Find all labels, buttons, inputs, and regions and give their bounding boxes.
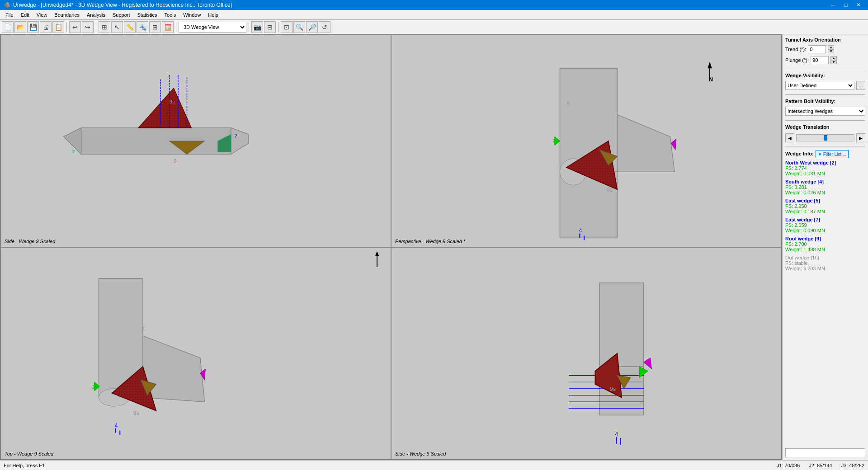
minimize-button[interactable]: ─ (827, 1, 839, 9)
separator-4 (249, 22, 249, 32)
wedge-name-3: East wedge [7] (785, 217, 865, 222)
j3-coord: J3: 48/262 (841, 463, 864, 468)
plunge-input[interactable] (811, 56, 829, 64)
wedge-visibility-row: User Defined ... (785, 81, 865, 90)
filter-list-button[interactable]: ▼ Filter List ... (816, 150, 849, 158)
viewport-area: 2 z 3 9s Side - Wedge 9 Scaled (0, 34, 782, 460)
trend-down[interactable]: ▼ (828, 49, 834, 53)
wedge-entry-4: Roof wedge [9] FS: 2.700 Weight: 1.488 M… (785, 236, 865, 252)
open-button[interactable]: 📂 (14, 21, 26, 33)
status-coords: J1: 70/036 J2: 85/144 J3: 48/262 (777, 463, 864, 468)
select-button[interactable]: ↖ (111, 21, 123, 33)
wedge-name-1: South wedge [4] (785, 179, 865, 184)
menu-item-tools[interactable]: Tools (161, 11, 180, 19)
undo-button[interactable]: ↩ (69, 21, 81, 33)
redo-button[interactable]: ↪ (82, 21, 94, 33)
window-title: Unwedge - [Unwedged4* - 3D Wedge View - … (13, 2, 232, 8)
measure-button[interactable]: 📏 (124, 21, 136, 33)
zoom-in-button[interactable]: 🔍 (293, 21, 305, 33)
translation-row: ◀ ▶ (785, 133, 865, 142)
viewport-top-right[interactable]: z 9s 4 5 N Perspective - Wedge 9 Scaled … (392, 35, 781, 247)
plunge-label: Plunge (°): (785, 57, 809, 63)
svg-text:9s: 9s (133, 410, 139, 417)
plunge-down[interactable]: ▼ (830, 60, 837, 64)
wedge-weight-0: Weight: 0.081 MN (785, 171, 865, 176)
svg-text:z: z (553, 137, 556, 144)
top-view-svg: z 9s 4 5 (1, 248, 391, 459)
zoom-out-button[interactable]: 🔎 (306, 21, 318, 33)
viewport-bottom-left[interactable]: z 9s 4 5 Top - Wedge 9 Scaled (1, 248, 391, 459)
translation-right-btn[interactable]: ▶ (856, 133, 865, 142)
menu-item-view[interactable]: View (33, 11, 51, 19)
new-button[interactable]: 📄 (2, 21, 14, 33)
pattern-button[interactable]: ⊞ (149, 21, 161, 33)
svg-text:N: N (709, 76, 713, 83)
view-dropdown[interactable]: 3D Wedge View (179, 22, 246, 33)
cam-button[interactable]: 📷 (251, 21, 263, 33)
side-view-2-svg: 9s 4 (392, 248, 781, 459)
separator-1 (66, 22, 67, 32)
menu-item-edit[interactable]: Edit (17, 11, 33, 19)
calc-button[interactable]: 🧮 (162, 21, 174, 33)
grid-button[interactable]: ⊞ (99, 21, 110, 33)
wedge-visibility-select[interactable]: User Defined (785, 81, 854, 90)
frame-button[interactable]: ⊡ (281, 21, 292, 33)
plunge-spinner: ▲ ▼ (830, 56, 837, 64)
bottom-input[interactable] (785, 448, 865, 457)
save-button[interactable]: 💾 (27, 21, 39, 33)
rotate-button[interactable]: ↺ (319, 21, 330, 33)
menu-item-window[interactable]: Window (179, 11, 204, 19)
separator-5 (278, 22, 278, 32)
print-button[interactable]: 🖨 (40, 21, 52, 33)
layout-button[interactable]: ⊟ (264, 21, 276, 33)
pattern-bolt-row: Intersecting Wedges (785, 107, 865, 116)
wedge-name-5: Out wedge [10] (785, 255, 865, 260)
wedge-fs-2: FS: 2.250 (785, 203, 865, 209)
wedge-name-0: North West wedge [2] (785, 160, 865, 165)
side-view-svg: 2 z 3 9s (1, 35, 391, 247)
toolbar: 📄 📂 💾 🖨 📋 ↩ ↪ ⊞ ↖ 📏 🔩 ⊞ 🧮 3D Wedge View … (0, 20, 868, 34)
menu-item-analysis[interactable]: Analysis (83, 11, 109, 19)
wedge-weight-2: Weight: 0.187 MN (785, 209, 865, 214)
menu-item-file[interactable]: File (2, 11, 17, 19)
perspective-view-svg: z 9s 4 5 N (392, 35, 781, 247)
wedge-fs-3: FS: 2.659 (785, 222, 865, 228)
wedge-weight-4: Weight: 1.488 MN (785, 247, 865, 252)
wedge-info-title: Wedge Info: (785, 151, 814, 156)
menu-item-boundaries[interactable]: Boundaries (51, 11, 83, 19)
divider-1 (785, 69, 865, 69)
plunge-up[interactable]: ▲ (830, 56, 837, 60)
trend-up[interactable]: ▲ (828, 45, 834, 49)
north-arrow (373, 251, 382, 269)
wedge-fs-0: FS: 2.774 (785, 165, 865, 171)
north-arrow-svg (373, 251, 382, 269)
menu-item-statistics[interactable]: Statistics (134, 11, 161, 19)
filter-list-label: Filter List ... (823, 152, 847, 157)
viewport-top-left-label: Side - Wedge 9 Scaled (5, 239, 55, 244)
translation-left-btn[interactable]: ◀ (785, 133, 794, 142)
menu-item-help[interactable]: Help (204, 11, 222, 19)
wedge-visibility-options-btn[interactable]: ... (856, 81, 865, 90)
bolt-button[interactable]: 🔩 (137, 21, 148, 33)
svg-rect-56 (599, 283, 644, 367)
wedge-fs-1: FS: 3.281 (785, 184, 865, 190)
menu-item-support[interactable]: Support (109, 11, 134, 19)
close-button[interactable]: ✕ (853, 1, 864, 9)
translation-slider[interactable] (796, 134, 854, 141)
trend-input[interactable] (808, 45, 826, 53)
pattern-bolt-select[interactable]: Intersecting Wedges (785, 107, 865, 116)
svg-text:5: 5 (142, 326, 145, 333)
viewport-top-left[interactable]: 2 z 3 9s Side - Wedge 9 Scaled (1, 35, 391, 247)
svg-text:9s: 9s (607, 187, 613, 193)
recent-button[interactable]: 📋 (52, 21, 64, 33)
viewport-bottom-right-label: Side - Wedge 9 Scaled (395, 451, 446, 456)
svg-text:4: 4 (579, 227, 582, 234)
menu-bar: FileEditViewBoundariesAnalysisSupportSta… (0, 10, 868, 20)
svg-text:3: 3 (174, 158, 177, 164)
svg-text:4: 4 (615, 431, 618, 437)
svg-text:9s: 9s (610, 386, 616, 392)
wedge-info-header: Wedge Info: ▼ Filter List ... (785, 150, 865, 158)
viewport-bottom-right[interactable]: 9s 4 Side - Wedge 9 Scaled (392, 248, 781, 459)
wedge-weight-5: Weight: 6.203 MN (785, 266, 865, 271)
maximize-button[interactable]: □ (840, 1, 852, 9)
